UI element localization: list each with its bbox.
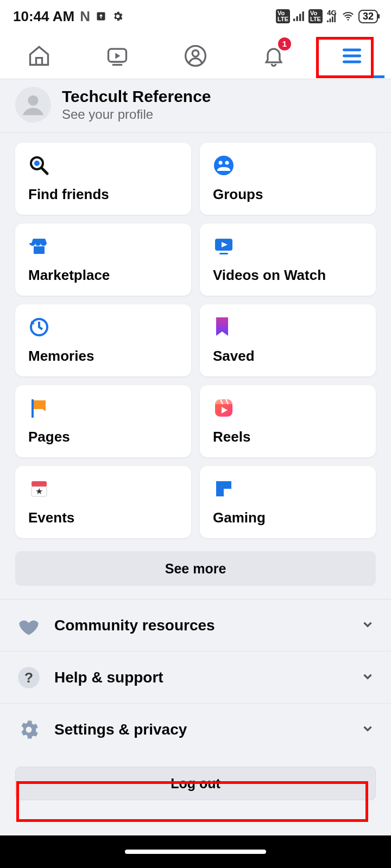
svg-point-13 bbox=[192, 50, 199, 56]
volte-icon-2: VoLTE bbox=[308, 9, 323, 23]
events-icon: ★ bbox=[28, 478, 50, 500]
row-community-resources[interactable]: Community resources bbox=[0, 599, 391, 652]
pages-icon bbox=[28, 397, 50, 419]
nav-pill[interactable] bbox=[125, 850, 266, 854]
svg-rect-30 bbox=[215, 399, 232, 404]
svg-rect-24 bbox=[34, 246, 45, 254]
tab-notifications[interactable]: 1 bbox=[241, 34, 306, 78]
status-bar: 10:44 AM N VoLTE VoLTE 4G 32 bbox=[0, 0, 391, 33]
card-label: Marketplace bbox=[28, 267, 178, 284]
card-pages[interactable]: Pages bbox=[15, 385, 191, 457]
volte-icon-1: VoLTE bbox=[276, 9, 290, 23]
gaming-icon bbox=[213, 478, 235, 500]
menu-body: Techcult Reference See your profile Find… bbox=[0, 79, 391, 835]
card-label: Memories bbox=[28, 348, 178, 365]
card-marketplace[interactable]: Marketplace bbox=[15, 224, 191, 296]
see-more-button[interactable]: See more bbox=[15, 551, 376, 586]
card-label: Find friends bbox=[28, 186, 178, 203]
tab-watch[interactable] bbox=[85, 34, 150, 78]
row-label: Help & support bbox=[54, 669, 348, 686]
profile-subtitle: See your profile bbox=[62, 107, 211, 122]
card-saved[interactable]: Saved bbox=[200, 304, 376, 376]
profile-row[interactable]: Techcult Reference See your profile bbox=[0, 79, 391, 133]
card-label: Gaming bbox=[213, 509, 363, 526]
home-icon bbox=[27, 44, 51, 68]
android-nav-bar bbox=[0, 835, 391, 868]
card-reels[interactable]: Reels bbox=[200, 385, 376, 457]
active-tab-underline bbox=[319, 75, 384, 78]
row-settings-privacy[interactable]: Settings & privacy bbox=[0, 704, 391, 756]
wifi-icon bbox=[341, 10, 355, 22]
card-events[interactable]: ★ Events bbox=[15, 466, 191, 538]
tab-menu[interactable] bbox=[319, 34, 384, 78]
top-nav-tabs: 1 bbox=[0, 33, 391, 79]
chevron-down-icon bbox=[361, 722, 375, 738]
svg-point-21 bbox=[214, 156, 234, 175]
svg-rect-2 bbox=[297, 16, 298, 21]
svg-point-23 bbox=[225, 161, 229, 165]
gear-icon bbox=[112, 10, 124, 22]
svg-rect-5 bbox=[327, 21, 329, 23]
svg-rect-3 bbox=[299, 14, 301, 21]
card-label: Events bbox=[28, 509, 178, 526]
svg-rect-6 bbox=[330, 18, 331, 22]
svg-point-19 bbox=[34, 161, 40, 166]
card-label: Saved bbox=[213, 348, 363, 365]
card-memories[interactable]: Memories bbox=[15, 304, 191, 376]
svg-rect-1 bbox=[293, 18, 295, 21]
logout-label: Log out bbox=[171, 776, 220, 792]
signal-4g-stack: 4G bbox=[326, 10, 338, 22]
saved-icon bbox=[213, 316, 235, 338]
card-label: Groups bbox=[213, 186, 363, 203]
signal-icon-1 bbox=[293, 11, 305, 22]
card-label: Pages bbox=[28, 429, 178, 445]
card-videos-watch[interactable]: Videos on Watch bbox=[200, 224, 376, 296]
svg-point-9 bbox=[348, 19, 349, 21]
netflix-icon: N bbox=[80, 8, 90, 25]
status-right: VoLTE VoLTE 4G 32 bbox=[276, 9, 378, 23]
card-gaming[interactable]: Gaming bbox=[200, 466, 376, 538]
status-left: 10:44 AM N bbox=[13, 8, 124, 25]
card-label: Reels bbox=[213, 429, 363, 445]
settings-icon bbox=[16, 717, 41, 742]
row-help-support[interactable]: ? Help & support bbox=[0, 652, 391, 704]
groups-icon bbox=[213, 155, 235, 176]
watch-icon bbox=[105, 44, 129, 68]
shortcuts-grid: Find friends Groups Marketplace Videos o… bbox=[0, 133, 391, 538]
svg-rect-26 bbox=[219, 253, 228, 254]
card-label: Videos on Watch bbox=[213, 267, 363, 284]
see-more-label: See more bbox=[165, 561, 226, 577]
memories-icon bbox=[28, 316, 50, 338]
find-friends-icon bbox=[28, 155, 50, 176]
svg-rect-8 bbox=[334, 15, 336, 22]
chevron-down-icon bbox=[361, 669, 375, 686]
avatar-placeholder-icon bbox=[21, 92, 46, 117]
profile-text: Techcult Reference See your profile bbox=[62, 87, 211, 122]
svg-rect-4 bbox=[302, 11, 304, 21]
watch-video-icon bbox=[213, 235, 235, 257]
row-label: Community resources bbox=[54, 617, 348, 634]
chevron-down-icon bbox=[361, 617, 375, 634]
row-label: Settings & privacy bbox=[54, 721, 348, 738]
tab-home[interactable] bbox=[7, 34, 72, 78]
svg-text:★: ★ bbox=[35, 487, 43, 496]
logout-button[interactable]: Log out bbox=[15, 767, 376, 800]
reels-icon bbox=[213, 397, 235, 419]
svg-rect-7 bbox=[332, 17, 333, 23]
tab-profile[interactable] bbox=[163, 34, 228, 78]
card-groups[interactable]: Groups bbox=[200, 143, 376, 215]
svg-point-22 bbox=[219, 161, 223, 165]
status-time: 10:44 AM bbox=[13, 8, 74, 25]
card-find-friends[interactable]: Find friends bbox=[15, 143, 191, 215]
upload-icon bbox=[96, 11, 106, 22]
marketplace-icon bbox=[28, 235, 50, 257]
svg-text:?: ? bbox=[24, 669, 33, 685]
profile-icon bbox=[184, 44, 207, 68]
help-icon: ? bbox=[16, 665, 41, 690]
avatar bbox=[15, 87, 51, 123]
battery-indicator: 32 bbox=[358, 10, 378, 23]
svg-line-20 bbox=[42, 168, 47, 174]
expand-sections: Community resources ? Help & support Set… bbox=[0, 599, 391, 756]
notification-badge: 1 bbox=[278, 37, 291, 50]
handshake-icon bbox=[16, 613, 41, 638]
